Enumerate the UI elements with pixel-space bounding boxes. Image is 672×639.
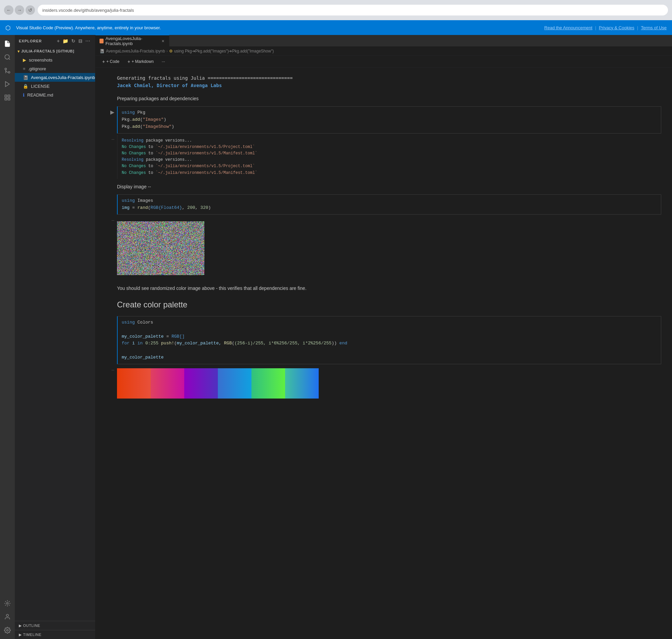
images-line-2: img = rand(RGB{Float64}, 200, 320)	[122, 204, 657, 212]
activity-files-icon[interactable]	[1, 38, 13, 50]
svg-point-3	[5, 68, 7, 70]
tree-item-notebook[interactable]: 📓 AvengaLovesJulia-Fractals.ipynb	[15, 73, 95, 82]
outline-label: OUTLINE	[23, 624, 40, 627]
code-cell-pkg: ▶ using Pkg Pkg.add("Images") Pkg.add("I…	[95, 106, 672, 133]
add-markdown-button[interactable]: + + Markdown	[125, 58, 156, 65]
tab-close-button[interactable]: ×	[161, 38, 165, 44]
url-text: insiders.vscode.dev/github/avenga/julia-…	[42, 8, 134, 13]
sidebar-header-icons: + 📁 ↻ ⊟ ···	[56, 38, 91, 44]
notebook-content[interactable]: Generating fractals using Julia ========…	[95, 67, 672, 639]
activity-remote-icon[interactable]	[1, 597, 13, 609]
tab-bar: AvengaLovesJulia-Fractals.ipynb ×	[95, 35, 672, 47]
output-noise: ···	[95, 216, 672, 280]
activity-search-icon[interactable]	[1, 51, 13, 63]
banner-divider-1: |	[595, 25, 596, 30]
code-cell-colors: using Colors my_color_palette = RGB[] fo…	[95, 316, 672, 364]
output-cell-pkg: Resolving package versions... No Changes…	[117, 135, 667, 179]
palette-heading: Create color palette	[117, 300, 659, 309]
activity-git-icon[interactable]	[1, 65, 13, 77]
notebook-file-icon: 📓	[23, 75, 28, 80]
timeline-label: TIMELINE	[23, 633, 42, 637]
palette-output-container	[117, 365, 672, 401]
preparing-text: Preparing packages and dependencies	[117, 95, 659, 102]
code-cell-pkg-inner[interactable]: using Pkg Pkg.add("Images") Pkg.add("Ima…	[117, 106, 661, 133]
new-file-icon[interactable]: +	[56, 38, 61, 44]
md-cell-palette-heading: Create color palette	[95, 295, 672, 315]
terms-link[interactable]: Terms of Use	[641, 25, 667, 30]
tree-item-notebook-label: AvengaLovesJulia-Fractals.ipynb	[31, 75, 95, 80]
tree-item-readme[interactable]: ℹ README.md	[15, 91, 95, 99]
timeline-header[interactable]: ▶ TIMELINE	[15, 630, 95, 639]
output-line-1: Resolving package versions...	[122, 138, 662, 144]
collapse-icon[interactable]: ⊟	[78, 38, 83, 44]
svg-point-10	[6, 614, 9, 617]
md-cell-display: Display image --	[95, 180, 672, 193]
colors-line-4: my_color_palette	[122, 354, 657, 361]
vscode-banner: ⬡ Visual Studio Code (Preview). Anywhere…	[0, 20, 672, 35]
add-markdown-label: + Markdown	[131, 59, 154, 64]
svg-rect-6	[8, 95, 10, 97]
tree-item-screenshots-label: screenshots	[29, 58, 52, 63]
activity-account-icon[interactable]	[1, 611, 13, 623]
title-line: Generating fractals using Julia ========…	[117, 74, 659, 82]
toolbar-more-button[interactable]: ···	[159, 58, 168, 65]
privacy-link[interactable]: Privacy & Cookies	[599, 25, 634, 30]
tree-project-root[interactable]: ▾ JULIA-FRACTALS [GITHUB]	[15, 47, 95, 56]
sidebar-header: EXPLORER + 📁 ↻ ⊟ ···	[15, 35, 95, 47]
svg-rect-8	[5, 98, 7, 100]
address-bar[interactable]: insiders.vscode.dev/github/avenga/julia-…	[38, 5, 668, 15]
breadcrumb-cell-icon: ⚙	[169, 49, 173, 53]
add-code-label: + Code	[106, 59, 119, 64]
notebook-toolbar: + + Code + + Markdown ···	[95, 56, 672, 67]
tree-item-screenshots[interactable]: ▶ screenshots	[15, 56, 95, 64]
code-cell-images-inner[interactable]: using Images img = rand(RGB{Float64}, 20…	[117, 194, 661, 215]
svg-point-2	[9, 72, 10, 73]
svg-point-11	[7, 629, 9, 631]
noise-image-output	[117, 221, 204, 275]
cell-dots-noise[interactable]: ···	[112, 219, 114, 222]
banner-divider-2: |	[637, 25, 638, 30]
forward-button[interactable]: →	[15, 5, 24, 15]
cell-dots-palette[interactable]: ···	[112, 368, 114, 372]
breadcrumb-notebook[interactable]: 📓 AvengaLovesJulia-Fractals.ipynb	[99, 49, 165, 53]
sidebar-title: EXPLORER	[19, 39, 42, 43]
new-folder-icon[interactable]: 📁	[62, 38, 69, 44]
code-cell-images: using Images img = rand(RGB{Float64}, 20…	[95, 194, 672, 215]
svg-line-1	[9, 59, 10, 60]
code-cell-colors-inner[interactable]: using Colors my_color_palette = RGB[] fo…	[117, 316, 661, 364]
tree-item-gitignore-label: .gitignore	[28, 66, 46, 71]
tab-notebook[interactable]: AvengaLovesJulia-Fractals.ipynb ×	[95, 35, 170, 46]
gitignore-file-icon: ≡	[23, 66, 26, 71]
read-announcement-link[interactable]: Read the Announcement	[544, 25, 592, 30]
add-code-button[interactable]: + + Code	[99, 58, 122, 65]
outline-section: ▶ OUTLINE	[15, 621, 95, 630]
activity-debug-icon[interactable]	[1, 78, 13, 90]
refresh-icon[interactable]: ↻	[70, 38, 76, 44]
tab-notebook-icon	[99, 39, 103, 43]
colors-line-2: my_color_palette = RGB[]	[122, 333, 657, 340]
svg-point-0	[5, 55, 10, 59]
cell-gutter-pkg: ▶	[95, 106, 117, 133]
breadcrumb-cell[interactable]: ⚙ using Pkg➔Pkg.add("Images")➔Pkg.add("I…	[169, 49, 274, 53]
breadcrumb-notebook-label: AvengaLovesJulia-Fractals.ipynb	[106, 49, 165, 53]
svg-rect-7	[8, 98, 10, 100]
tree-item-license[interactable]: 🔒 LICENSE	[15, 82, 95, 91]
sidebar-more-icon[interactable]: ···	[85, 38, 91, 44]
svg-marker-4	[5, 82, 10, 87]
vscode-logo-icon: ⬡	[5, 24, 12, 31]
folder-expand-icon: ▶	[23, 58, 26, 63]
browser-chrome: ← → ↺ insiders.vscode.dev/github/avenga/…	[0, 0, 672, 20]
noise-output-container	[117, 216, 672, 280]
outline-header[interactable]: ▶ OUTLINE	[15, 621, 95, 630]
reload-button[interactable]: ↺	[26, 5, 35, 15]
code-line-3: Pkg.add("ImageShow")	[122, 123, 657, 130]
activity-settings-icon[interactable]	[1, 624, 13, 636]
back-button[interactable]: ←	[4, 5, 13, 15]
cell-dots-pkg[interactable]: ···	[112, 138, 114, 141]
file-tree: ▾ JULIA-FRACTALS [GITHUB] ▶ screenshots …	[15, 47, 95, 621]
editor-area: AvengaLovesJulia-Fractals.ipynb × 📓 Aven…	[95, 35, 672, 639]
activity-extensions-icon[interactable]	[1, 92, 13, 104]
output-line-5: No Changes to `~/.julia/environments/v1.…	[122, 163, 662, 170]
run-button-pkg[interactable]: ▶	[110, 109, 114, 115]
tree-item-gitignore[interactable]: ≡ .gitignore	[15, 64, 95, 73]
